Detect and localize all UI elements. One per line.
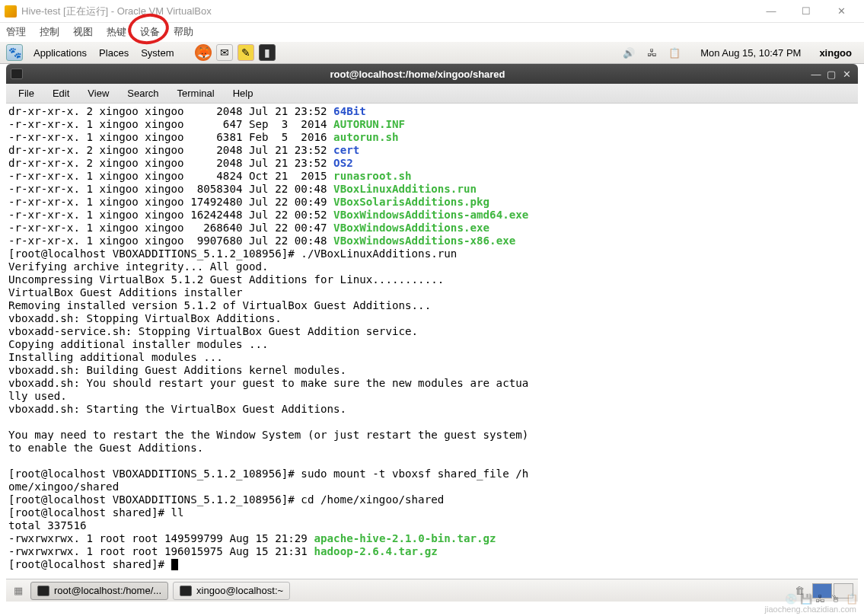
firefox-icon[interactable]: 🦊 [195, 44, 212, 61]
applications-menu[interactable]: Applications [27, 47, 93, 59]
terminal-menu-search[interactable]: Search [120, 86, 166, 101]
terminal-menu-view[interactable]: View [80, 86, 116, 101]
network-icon[interactable]: 🖧 [644, 45, 659, 60]
terminal-launcher-icon[interactable]: ▮ [259, 44, 276, 61]
show-desktop-icon[interactable]: ▦ [11, 583, 26, 598]
taskbar-task-1[interactable]: xingoo@localhost:~ [173, 582, 290, 600]
minimize-button[interactable]: — [760, 4, 782, 19]
taskbar-task-0[interactable]: root@localhost:/home/... [30, 582, 168, 600]
terminal-menu-help[interactable]: Help [225, 86, 261, 101]
terminal-icon [11, 69, 23, 79]
vbox-menu-hotkey[interactable]: 热键 [107, 25, 126, 39]
terminal-menu-edit[interactable]: Edit [45, 86, 77, 101]
volume-icon[interactable]: 🔊 [621, 45, 636, 60]
terminal-minimize-button[interactable]: — [809, 68, 823, 80]
terminal-title: root@localhost:/home/xingoo/shared [27, 69, 808, 80]
terminal-window: root@localhost:/home/xingoo/shared — ▢ ✕… [6, 64, 858, 579]
terminal-output[interactable]: dr-xr-xr-x. 2 xingoo xingoo 2048 Jul 21 … [6, 104, 858, 579]
places-menu[interactable]: Places [93, 47, 135, 59]
terminal-icon [37, 586, 49, 596]
watermark: jiaocheng.chazidian.com [765, 605, 856, 614]
terminal-menubar: File Edit View Search Terminal Help [6, 84, 858, 104]
mail-icon[interactable]: ✉ [216, 44, 233, 61]
clock[interactable]: Mon Aug 15, 10:47 PM [700, 47, 801, 59]
gnome-top-panel: 🐾 Applications Places System 🦊 ✉ ✎ ▮ 🔊 🖧… [0, 41, 864, 64]
gnome-bottom-panel: ▦ root@localhost:/home/...xingoo@localho… [6, 579, 858, 602]
vbox-menu-control[interactable]: 控制 [40, 25, 59, 39]
vbox-titlebar: Hive-test [正在运行] - Oracle VM VirtualBox … [0, 0, 864, 23]
terminal-menu-terminal[interactable]: Terminal [170, 86, 222, 101]
vbox-app-icon [5, 5, 17, 18]
terminal-titlebar[interactable]: root@localhost:/home/xingoo/shared — ▢ ✕ [6, 64, 858, 84]
close-button[interactable]: ✕ [831, 4, 852, 19]
clipboard-icon[interactable]: 📋 [667, 45, 682, 60]
maximize-button[interactable]: ☐ [795, 4, 817, 19]
terminal-menu-file[interactable]: File [11, 86, 42, 101]
vbox-menu-view[interactable]: 视图 [73, 25, 93, 39]
vbox-menubar: 管理 控制 视图 热键 设备 帮助 [0, 23, 864, 41]
terminal-icon [180, 586, 192, 596]
vbox-menu-devices[interactable]: 设备 [140, 25, 160, 39]
gnome-foot-icon[interactable]: 🐾 [6, 44, 23, 61]
terminal-maximize-button[interactable]: ▢ [824, 68, 838, 80]
system-menu[interactable]: System [135, 47, 180, 59]
task-label: xingoo@localhost:~ [196, 585, 283, 596]
notes-icon[interactable]: ✎ [238, 44, 254, 61]
task-label: root@localhost:/home/... [54, 585, 161, 596]
vbox-menu-help[interactable]: 帮助 [174, 25, 193, 39]
vbox-menu-manage[interactable]: 管理 [6, 25, 26, 39]
vbox-statusbar-icons: 💿💾🖧🖱📋 [785, 593, 856, 604]
user-menu[interactable]: xingoo [819, 47, 852, 59]
terminal-close-button[interactable]: ✕ [840, 68, 853, 80]
vbox-window-title: Hive-test [正在运行] - Oracle VM VirtualBox [21, 5, 760, 18]
